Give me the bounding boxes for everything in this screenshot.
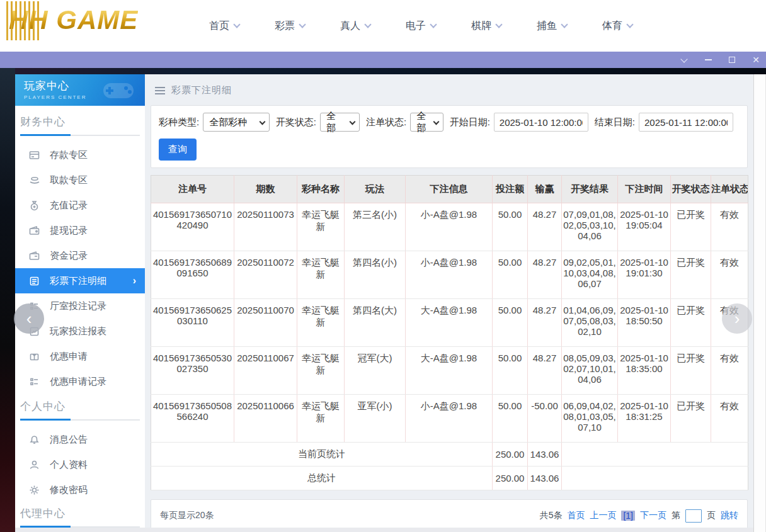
site-header: HH GAME 首页 彩票 真人 电子 <box>0 0 766 52</box>
chevron-down-icon <box>680 55 687 62</box>
table-row: 401569173650625030110 20250110070 幸运飞艇新 … <box>151 299 748 347</box>
cell-bet-time: 2025-01-10 18:50:50 <box>618 299 671 347</box>
cell-bet-info: 小-A盘@1.98 <box>406 203 493 251</box>
sidebar-item-change-password[interactable]: 修改密码 <box>15 477 145 502</box>
bet-detail-table: 注单号期数彩种名称玩法下注信息投注额输赢开奖结果下注时间开奖状态注单状态 401… <box>151 175 748 490</box>
jump-page-input[interactable] <box>685 509 702 523</box>
next-page-link[interactable]: 下一页 <box>640 510 666 521</box>
jump-suffix-label: 页 <box>707 510 716 521</box>
chevron-down-icon <box>561 21 568 28</box>
jump-button[interactable]: 跳转 <box>721 510 738 521</box>
page-summary-label: 当前页统计 <box>151 443 493 467</box>
collapse-left-button[interactable]: ‹ <box>14 303 44 334</box>
cell-period: 20250110073 <box>234 203 297 251</box>
chevron-down-icon <box>626 21 633 28</box>
page-summary-amount: 250.00 <box>493 443 528 467</box>
sidebar-item-message-notice[interactable]: 消息公告 <box>15 427 145 452</box>
chevron-down-icon <box>433 119 439 125</box>
sidebar-item-profile[interactable]: 个人资料 <box>15 452 145 477</box>
nav-menu-item[interactable]: 首页 <box>209 20 249 33</box>
cell-bet-amount: 50.00 <box>493 203 528 251</box>
main-nav: 首页 彩票 真人 电子 棋牌 <box>209 0 668 52</box>
nav-menu-item[interactable]: 棋牌 <box>471 20 512 33</box>
nav-menu-label: 首页 <box>209 20 229 33</box>
expand-right-button[interactable]: › <box>722 303 752 334</box>
hamburger-icon[interactable] <box>155 87 165 94</box>
lottery-type-select[interactable]: 全部彩种 <box>203 113 270 132</box>
page-summary-row: 当前页统计 250.00 143.06 <box>151 443 748 467</box>
chevron-down-icon <box>259 119 265 125</box>
chevron-right-icon: › <box>133 275 136 286</box>
nav-menu-item[interactable]: 真人 <box>340 20 380 33</box>
page-size-text: 每页显示20条 <box>160 510 214 521</box>
nav-menu-item[interactable]: 体育 <box>602 20 643 33</box>
sidebar-item-lottery-bet-detail[interactable]: 彩票下注明细 › <box>15 268 145 293</box>
app-window: HH GAME 首页 彩票 真人 电子 <box>0 0 766 532</box>
nav-menu-label: 电子 <box>406 20 426 33</box>
total-summary-label: 总统计 <box>151 467 493 490</box>
draw-status-select[interactable]: 全部 <box>320 113 360 132</box>
sidebar-item-recharge-record[interactable]: 充值记录 <box>15 193 145 218</box>
cell-draw-status: 已开奖 <box>671 203 711 251</box>
order-status-select[interactable]: 全部 <box>410 113 443 132</box>
cell-order-id: 401569173650530027350 <box>151 347 234 395</box>
end-date-input[interactable] <box>639 113 733 132</box>
window-maximize-button[interactable] <box>727 55 737 65</box>
cell-play: 第三名(小) <box>345 203 406 251</box>
total-summary-winloss: 143.06 <box>528 467 562 490</box>
query-button[interactable]: 查询 <box>159 139 197 161</box>
list-icon <box>29 376 40 387</box>
nav-menu-label: 彩票 <box>275 20 295 33</box>
sidebar-finance-items: 存款专区 取款专区 充值记录 提现记录 资金记录 <box>15 136 145 397</box>
sidebar-item-withdraw[interactable]: 取款专区 <box>15 167 145 193</box>
nav-menu-item[interactable]: 捕鱼 <box>537 20 577 33</box>
sidebar-item-promo-apply-record[interactable]: 优惠申请记录 <box>15 369 145 394</box>
current-page-indicator: [1] <box>621 511 635 521</box>
cell-lottery-name: 幸运飞艇新 <box>297 347 345 395</box>
filter-panel: 彩种类型: 全部彩种 开奖状态: 全部 注单状态: 全部 <box>151 105 748 168</box>
cell-bet-amount: 50.00 <box>493 347 528 395</box>
cell-order-id: 401569173650710420490 <box>151 203 234 251</box>
column-header: 开奖结果 <box>562 176 618 203</box>
section-underline <box>20 419 140 421</box>
order-status-value: 全部 <box>416 110 427 134</box>
cell-lottery-name: 幸运飞艇新 <box>297 203 345 251</box>
column-header: 期数 <box>234 176 297 203</box>
start-date-input[interactable] <box>494 113 588 132</box>
gift-ticket-icon <box>29 351 40 362</box>
cell-draw-status: 已开奖 <box>671 251 711 299</box>
nav-menu-item[interactable]: 彩票 <box>275 20 315 33</box>
page-title: 彩票下注明细 <box>171 84 232 96</box>
section-title-finance: 财务中心 <box>20 115 140 129</box>
cell-bet-info: 大-A盘@1.98 <box>406 347 493 395</box>
sidebar-item-promo-apply[interactable]: 优惠申请 <box>15 344 145 369</box>
table-body: 401569173650710420490 20250110073 幸运飞艇新 … <box>151 203 748 443</box>
cell-order-status: 有效 <box>711 347 748 395</box>
sidebar-personal-items: 消息公告 个人资料 修改密码 <box>15 421 145 505</box>
bet-detail-document-icon <box>29 276 40 286</box>
window-minimize-button[interactable] <box>703 55 713 65</box>
cell-draw-result: 01,04,06,09,07,05,08,03,02,10 <box>562 299 618 347</box>
column-header: 下注信息 <box>406 176 493 203</box>
window-dropdown-button[interactable] <box>679 55 689 65</box>
window-close-button[interactable]: ✕ <box>751 55 761 65</box>
nav-menu-label: 棋牌 <box>471 20 491 33</box>
first-page-link[interactable]: 首页 <box>567 510 585 521</box>
total-count-text: 共5条 <box>540 510 563 521</box>
section-title-personal: 个人中心 <box>20 399 140 414</box>
horizontal-scrollbar[interactable] <box>15 528 753 532</box>
background-left-strip <box>0 68 15 532</box>
breadcrumb: 彩票下注明细 <box>145 74 753 96</box>
sidebar-item-funds-record[interactable]: 资金记录 <box>15 243 145 268</box>
cell-lottery-name: 幸运飞艇新 <box>297 251 345 299</box>
sidebar-item-withdrawal-record[interactable]: 提现记录 <box>15 218 145 243</box>
cell-period: 20250110066 <box>234 395 297 443</box>
vertical-scrollbar[interactable] <box>753 74 766 532</box>
sidebar-item-deposit[interactable]: 存款专区 <box>15 142 145 167</box>
column-header: 输赢 <box>528 176 562 203</box>
cell-draw-result: 07,09,01,08,02,05,03,10,04,06 <box>562 203 618 251</box>
column-header: 注单号 <box>151 176 234 203</box>
cell-order-status: 有效 <box>711 395 748 443</box>
prev-page-link[interactable]: 上一页 <box>590 510 616 521</box>
nav-menu-item[interactable]: 电子 <box>406 20 446 33</box>
